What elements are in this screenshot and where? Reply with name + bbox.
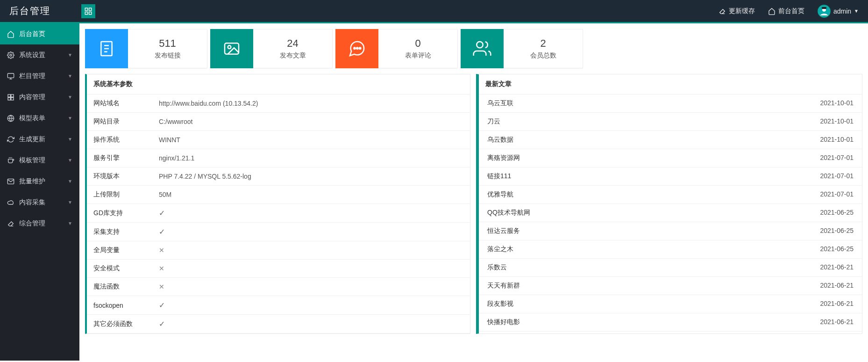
param-value: nginx/1.21.1 <box>152 149 470 167</box>
sidebar-item-1[interactable]: 系统设置▼ <box>0 44 79 65</box>
sidebar-item-4[interactable]: 模型表单▼ <box>0 108 79 129</box>
check-icon <box>159 210 165 217</box>
stat-label: 表单评论 <box>405 51 431 60</box>
list-item[interactable]: QQ技术导航网2021-06-25 <box>479 204 862 222</box>
stat-number: 24 <box>287 37 298 50</box>
svg-rect-13 <box>11 94 14 97</box>
sidebar-item-9[interactable]: 综合管理▼ <box>0 213 79 234</box>
sidebar-item-0[interactable]: 后台首页 <box>0 23 79 44</box>
article-title: 乌云互联 <box>487 99 513 108</box>
sidebar-item-3[interactable]: 内容管理▼ <box>0 87 79 108</box>
param-value: WINNT <box>152 131 470 149</box>
list-item[interactable]: 优雅导航2021-07-01 <box>479 186 862 204</box>
param-value <box>152 296 470 315</box>
front-home-link[interactable]: 前台首页 <box>768 7 804 15</box>
sidebar-item-6[interactable]: 模板管理▼ <box>0 150 79 171</box>
apps-grid-button[interactable] <box>81 4 95 18</box>
sidebar-item-7[interactable]: 批量维护▼ <box>0 171 79 192</box>
param-key: 环境版本 <box>87 167 152 186</box>
latest-articles-title: 最新文章 <box>479 74 862 94</box>
article-title: 链接111 <box>487 172 511 181</box>
list-item[interactable]: 段友影视2021-06-21 <box>479 295 862 313</box>
list-item[interactable]: 乌云数据2021-10-01 <box>479 131 862 149</box>
svg-point-31 <box>477 42 483 48</box>
main-content: 511发布链接24发布文章0表单评论2会员总数 系统基本参数 网站域名http:… <box>79 23 868 361</box>
list-item[interactable]: 落尘之木2021-06-25 <box>479 240 862 259</box>
sidebar-item-label: 模型表单 <box>19 114 45 123</box>
article-title: QQ技术导航网 <box>487 209 530 217</box>
chevron-down-icon: ▼ <box>68 179 72 184</box>
list-item[interactable]: 快播好电影2021-06-21 <box>479 313 862 332</box>
list-item[interactable]: 恒达云服务2021-06-25 <box>479 222 862 240</box>
image-icon <box>210 29 253 68</box>
svg-rect-7 <box>822 7 826 9</box>
svg-rect-9 <box>7 73 14 78</box>
sidebar: 后台首页系统设置▼栏目管理▼内容管理▼模型表单▼生成更新▼模板管理▼批量维护▼内… <box>0 23 79 361</box>
list-item[interactable]: 链接1112021-07-01 <box>479 167 862 186</box>
cloud-icon <box>7 199 14 206</box>
sidebar-item-label: 内容采集 <box>19 198 45 207</box>
param-key: 全局变量 <box>87 241 152 260</box>
chevron-down-icon: ▼ <box>854 8 859 14</box>
article-title: 天天有新群 <box>487 282 520 290</box>
list-item[interactable]: 天天有新群2021-06-21 <box>479 277 862 295</box>
gear-icon <box>7 51 14 59</box>
apps-grid-icon <box>84 7 92 15</box>
chevron-down-icon: ▼ <box>68 200 72 205</box>
refresh-cache-link[interactable]: 更新缓存 <box>719 7 755 15</box>
param-value: C:/wwwroot <box>152 113 470 131</box>
article-date: 2021-07-01 <box>820 172 854 181</box>
table-row: 魔法函数 <box>87 278 470 296</box>
param-key: 其它必须函数 <box>87 315 152 333</box>
svg-rect-12 <box>8 94 10 97</box>
article-date: 2021-10-01 <box>820 99 854 108</box>
svg-rect-1 <box>89 8 92 10</box>
chevron-down-icon: ▼ <box>68 52 72 58</box>
chevron-down-icon: ▼ <box>68 116 72 121</box>
doc-icon <box>85 29 128 68</box>
sidebar-item-2[interactable]: 栏目管理▼ <box>0 65 79 87</box>
stat-card-3[interactable]: 2会员总数 <box>461 29 583 68</box>
sidebar-item-8[interactable]: 内容采集▼ <box>0 192 79 213</box>
eraser-icon <box>7 220 14 227</box>
list-item[interactable]: 乌云互联2021-10-01 <box>479 94 862 113</box>
param-key: 网站目录 <box>87 113 152 131</box>
table-row: 操作系统WINNT <box>87 131 470 149</box>
param-key: 安全模式 <box>87 260 152 278</box>
svg-rect-15 <box>11 97 14 100</box>
user-menu[interactable]: admin ▼ <box>818 5 859 18</box>
article-date: 2021-06-25 <box>820 245 854 253</box>
latest-articles-list: 乌云互联2021-10-01刀云2021-10-01乌云数据2021-10-01… <box>479 94 862 332</box>
stat-label: 发布链接 <box>155 51 181 60</box>
stat-card-2[interactable]: 0表单评论 <box>335 29 458 68</box>
param-key: 服务引擎 <box>87 149 152 167</box>
refresh-icon <box>7 136 14 143</box>
svg-rect-26 <box>225 43 239 54</box>
sidebar-item-label: 栏目管理 <box>19 72 45 80</box>
stat-card-1[interactable]: 24发布文章 <box>210 29 333 68</box>
chevron-down-icon: ▼ <box>68 73 72 79</box>
sidebar-item-5[interactable]: 生成更新▼ <box>0 129 79 150</box>
svg-point-8 <box>10 54 12 56</box>
eraser-icon <box>719 7 726 15</box>
list-item[interactable]: 乐数云2021-06-21 <box>479 259 862 277</box>
article-date: 2021-06-21 <box>820 300 854 308</box>
check-icon <box>159 320 165 328</box>
stat-cards-row: 511发布链接24发布文章0表单评论2会员总数 <box>79 29 868 68</box>
param-value: PHP 7.4.22 / MYSQL 5.5.62-log <box>152 167 470 186</box>
stat-card-0[interactable]: 511发布链接 <box>85 29 207 68</box>
layers-icon <box>7 94 14 101</box>
article-date: 2021-10-01 <box>820 136 854 144</box>
sidebar-item-label: 系统设置 <box>19 51 45 59</box>
article-title: 段友影视 <box>487 300 513 308</box>
param-value <box>152 204 470 223</box>
latest-articles-panel: 最新文章 乌云互联2021-10-01刀云2021-10-01乌云数据2021-… <box>476 74 862 334</box>
list-item[interactable]: 离殇资源网2021-07-01 <box>479 149 862 167</box>
param-key: 上传限制 <box>87 186 152 204</box>
x-icon <box>159 265 164 272</box>
list-item[interactable]: 刀云2021-10-01 <box>479 113 862 131</box>
refresh-cache-label: 更新缓存 <box>729 7 755 15</box>
table-row: 采集支持 <box>87 223 470 241</box>
svg-rect-2 <box>85 12 87 14</box>
param-key: 操作系统 <box>87 131 152 149</box>
